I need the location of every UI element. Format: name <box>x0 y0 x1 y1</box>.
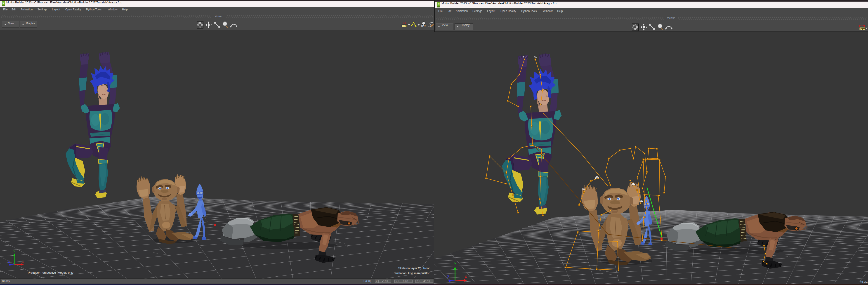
svg-text:X: X <box>22 260 24 263</box>
svg-text:Z: Z <box>8 260 10 263</box>
svg-text:Translation: Use manipulator: Translation: Use manipulator <box>392 272 430 275</box>
svg-text:SkeletonL: SkeletonL <box>860 281 868 284</box>
svg-text:Y: Y <box>13 250 16 253</box>
svg-text:Producer Perspective (Models o: Producer Perspective (Models only) <box>28 271 74 274</box>
svg-text:X: X <box>465 275 467 279</box>
svg-text:SkeletonLayer:C1_Root: SkeletonLayer:C1_Root <box>398 266 430 270</box>
svg-text:Z: Z <box>447 275 450 279</box>
svg-text:2D: 2D <box>421 24 425 28</box>
svg-text:Y: Y <box>454 262 456 266</box>
